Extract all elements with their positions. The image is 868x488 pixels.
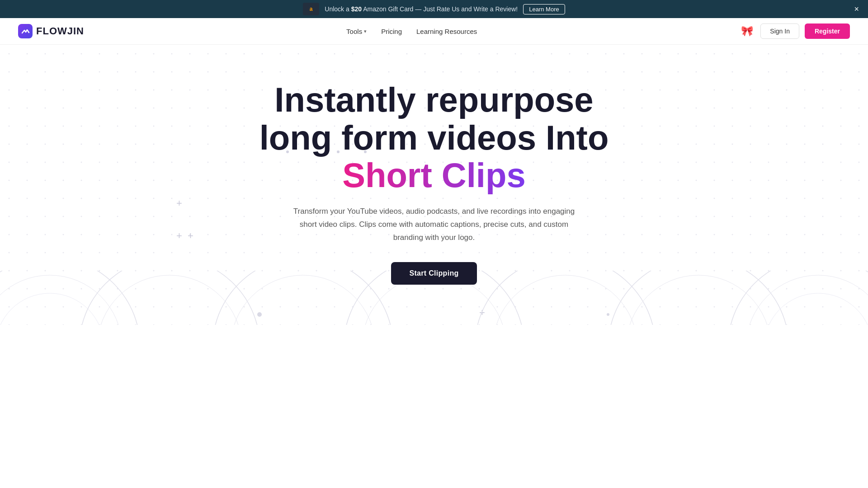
hero-title: Instantly repurpose long form videos Int… xyxy=(9,81,859,194)
signin-button[interactable]: Sign In xyxy=(760,23,799,39)
nav-actions: 🎀 Sign In Register xyxy=(739,23,850,39)
amazon-icon: a xyxy=(303,3,319,15)
logo-icon xyxy=(18,24,33,38)
navbar: FLOWJIN Tools ▾ Pricing Learning Resourc… xyxy=(0,18,868,45)
hero-subtitle: Transform your YouTube videos, audio pod… xyxy=(285,205,583,244)
svg-point-11 xyxy=(257,312,262,317)
svg-point-12 xyxy=(607,313,609,316)
nav-learning-resources[interactable]: Learning Resources xyxy=(416,28,477,35)
hero-content: Instantly repurpose long form videos Int… xyxy=(9,81,859,285)
nav-links: Tools ▾ Pricing Learning Resources xyxy=(346,28,477,35)
nav-pricing[interactable]: Pricing xyxy=(381,28,402,35)
register-button[interactable]: Register xyxy=(805,23,850,39)
svg-text:+: + xyxy=(479,307,485,318)
logo[interactable]: FLOWJIN xyxy=(18,24,84,38)
svg-point-15 xyxy=(0,293,104,325)
logo-text: FLOWJIN xyxy=(36,25,84,37)
banner-text: Unlock a $20 Amazon Gift Card — Just Rat… xyxy=(325,5,518,13)
promo-banner: a Unlock a $20 Amazon Gift Card — Just R… xyxy=(0,0,868,18)
hero-section: + + + + Instantly repurpose long form vi… xyxy=(0,45,868,325)
banner-learn-more-button[interactable]: Learn More xyxy=(523,4,565,14)
banner-close-button[interactable]: × xyxy=(852,3,861,15)
hero-title-highlight: Short Clips xyxy=(342,156,525,194)
gift-icon-button[interactable]: 🎀 xyxy=(739,23,755,39)
start-clipping-button[interactable]: Start Clipping xyxy=(391,262,476,285)
svg-point-28 xyxy=(764,293,868,325)
svg-text:a: a xyxy=(310,6,313,12)
chevron-down-icon: ▾ xyxy=(364,28,367,34)
nav-tools[interactable]: Tools ▾ xyxy=(346,28,367,35)
